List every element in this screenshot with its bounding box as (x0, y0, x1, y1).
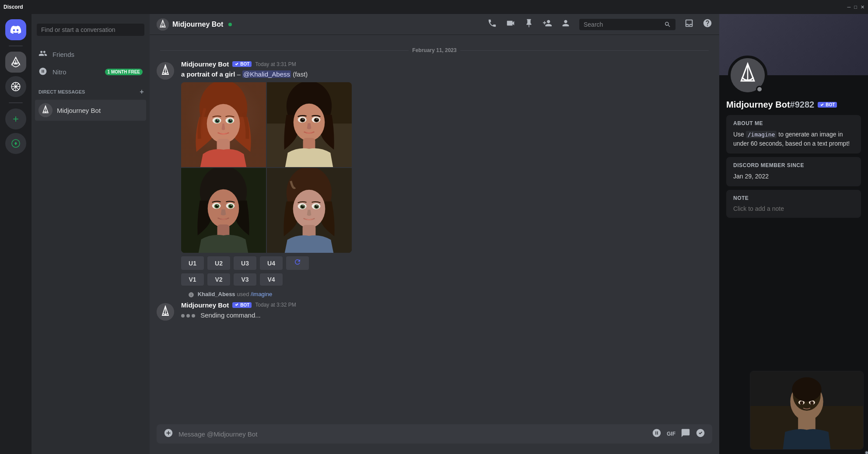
close-btn[interactable]: ✕ (861, 4, 864, 10)
discord-home-icon[interactable] (5, 19, 26, 40)
message-input[interactable] (178, 426, 647, 442)
maximize-btn[interactable]: □ (854, 4, 857, 10)
v1-button[interactable]: V1 (181, 273, 204, 286)
message-author-2: Midjourney Bot (181, 301, 229, 309)
nitro-label: Nitro (52, 68, 66, 76)
note-input[interactable] (733, 205, 854, 212)
date-divider: February 11, 2023 (160, 47, 709, 53)
search-box[interactable] (579, 19, 676, 30)
system-msg-action: used (237, 291, 251, 297)
sticker-button[interactable] (681, 428, 690, 440)
refresh-button[interactable] (286, 256, 309, 270)
direct-messages-section: DIRECT MESSAGES + (32, 80, 150, 100)
friends-icon (38, 49, 47, 60)
video-call-button[interactable] (506, 18, 515, 30)
profile-panel: Midjourney Bot#9282 BOT ABOUT ME Use /im… (719, 14, 868, 454)
friends-nav-item[interactable]: Friends (35, 45, 146, 63)
member-since-title: DISCORD MEMBER SINCE (733, 162, 854, 168)
chat-header-status-dot (228, 23, 232, 26)
svg-point-54 (301, 205, 304, 208)
image-cell-2[interactable] (267, 82, 352, 167)
sidebar-icon-server1[interactable] (5, 52, 26, 73)
sidebar-divider (9, 45, 23, 46)
add-friend-button[interactable] (542, 18, 552, 30)
chat-input-box[interactable]: GIF (157, 424, 712, 444)
action-buttons-row2: V1 V2 V3 V4 (181, 273, 712, 286)
search-input[interactable] (584, 21, 661, 28)
midjourney-image-grid[interactable] (181, 82, 352, 253)
attachment-button[interactable] (164, 428, 173, 440)
svg-point-20 (230, 120, 231, 121)
member-since-section: DISCORD MEMBER SINCE Jan 29, 2022 (726, 157, 861, 186)
call-button[interactable] (487, 18, 497, 30)
video-overlay (750, 371, 864, 450)
explore-servers-button[interactable] (5, 133, 26, 154)
emoji-button[interactable] (652, 428, 662, 440)
date-divider-line-left (160, 50, 409, 51)
note-section[interactable]: NOTE (726, 190, 861, 218)
svg-point-42 (215, 205, 218, 208)
system-msg-author: Khalid_Abess (198, 291, 235, 297)
v3-button[interactable]: V3 (234, 273, 256, 286)
mention-khalid[interactable]: @Khalid_Abess (242, 70, 291, 78)
action-buttons-row1: U1 U2 U3 U4 (181, 256, 712, 270)
image-cell-1[interactable] (181, 82, 266, 167)
image-cell-4[interactable] (267, 168, 352, 253)
chat-header-avatar (157, 18, 169, 31)
gif-button[interactable]: GIF (667, 431, 676, 437)
message-group-1: Midjourney Bot BOT Today at 3:31 PM a po… (150, 59, 719, 287)
svg-point-31 (315, 119, 318, 122)
message-content-2: Midjourney Bot BOT Today at 3:32 PM (181, 301, 712, 321)
u1-button[interactable]: U1 (181, 256, 204, 270)
dm-search-bar[interactable] (32, 14, 150, 45)
pin-button[interactable] (524, 18, 534, 30)
profile-name-row: Midjourney Bot#9282 BOT (726, 100, 861, 110)
message-timestamp-2: Today at 3:32 PM (255, 302, 296, 308)
inbox-button[interactable] (684, 18, 694, 30)
image-cell-3[interactable] (181, 168, 266, 253)
svg-point-24 (294, 104, 325, 141)
svg-point-17 (216, 119, 219, 122)
video-feed (750, 371, 863, 449)
system-msg-command[interactable]: /imagine (251, 291, 272, 297)
window-controls[interactable]: ─ □ ✕ (847, 4, 864, 10)
profile-username: Midjourney Bot#9282 (726, 100, 814, 110)
bot-avatar-1 (157, 62, 174, 80)
v4-button[interactable]: V4 (260, 273, 283, 286)
profile-button[interactable] (561, 18, 570, 30)
message-content-1: Midjourney Bot BOT Today at 3:31 PM a po… (181, 60, 712, 286)
svg-point-69 (800, 401, 803, 405)
help-button[interactable] (703, 18, 712, 30)
sidebar-icon-server2[interactable] (5, 76, 26, 97)
profile-status-dot (756, 86, 763, 93)
minimize-btn[interactable]: ─ (847, 4, 851, 10)
svg-point-19 (217, 120, 218, 121)
chat-header-name: Midjourney Bot (172, 21, 223, 28)
find-conversation-input[interactable] (37, 24, 144, 36)
add-server-button[interactable]: + (5, 108, 26, 129)
midjourney-bot-avatar (38, 103, 52, 117)
imagine-command-code[interactable]: /imagine (746, 131, 777, 138)
new-dm-button[interactable]: + (137, 87, 146, 96)
nitro-badge: 1 MONTH FREE (105, 69, 143, 75)
u4-button[interactable]: U4 (260, 256, 283, 270)
nitro-nav-item[interactable]: Nitro 1 MONTH FREE (35, 63, 146, 80)
v2-button[interactable]: V2 (207, 273, 230, 286)
chat-messages: February 11, 2023 Midjourney Bot (150, 35, 719, 424)
u3-button[interactable]: U3 (234, 256, 256, 270)
system-message: Khalid_Abess used /imagine (181, 289, 719, 300)
friends-label: Friends (52, 51, 74, 58)
dm-user-midjourney[interactable]: Midjourney Bot (35, 100, 146, 121)
svg-point-48 (293, 190, 326, 228)
date-divider-line-right (460, 50, 709, 51)
about-me-section: ABOUT ME Use /imagine to generate an ima… (726, 115, 861, 154)
emoji-picker-button[interactable] (696, 428, 705, 440)
svg-point-32 (303, 119, 304, 120)
bot-badge-1: BOT (232, 61, 252, 67)
profile-info: Midjourney Bot#9282 BOT ABOUT ME Use /im… (719, 75, 868, 228)
svg-point-36 (208, 189, 239, 228)
svg-point-18 (229, 119, 232, 122)
svg-point-55 (315, 205, 318, 208)
profile-banner (719, 14, 868, 75)
u2-button[interactable]: U2 (207, 256, 230, 270)
